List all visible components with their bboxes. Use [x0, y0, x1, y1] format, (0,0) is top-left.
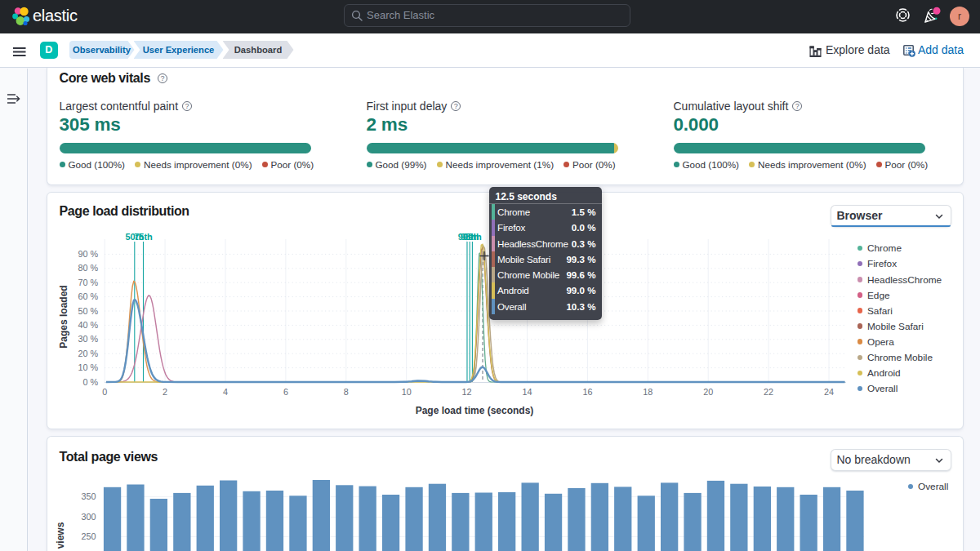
svg-text:99th: 99th — [463, 232, 482, 242]
svg-text:24: 24 — [823, 387, 833, 397]
svg-text:Pages loaded: Pages loaded — [58, 285, 69, 348]
svg-text:0 %: 0 % — [82, 377, 98, 387]
svg-text:2: 2 — [163, 387, 167, 397]
svg-text:80 %: 80 % — [78, 263, 98, 273]
svg-text:250: 250 — [81, 531, 96, 541]
svg-text:0: 0 — [102, 387, 107, 397]
svg-text:20 %: 20 % — [78, 349, 98, 358]
svg-text:10 %: 10 % — [78, 362, 98, 372]
svg-text:8: 8 — [343, 387, 348, 397]
svg-text:14: 14 — [522, 387, 532, 397]
svg-text:10: 10 — [401, 387, 411, 397]
svg-text:60 %: 60 % — [78, 291, 98, 301]
svg-text:Page load time (seconds): Page load time (seconds) — [415, 405, 533, 416]
svg-text:70 %: 70 % — [78, 278, 98, 287]
svg-text:90 %: 90 % — [78, 249, 98, 259]
svg-text:18: 18 — [643, 387, 653, 397]
svg-text:40 %: 40 % — [78, 320, 98, 330]
svg-text:Page views: Page views — [55, 522, 66, 551]
svg-text:350: 350 — [81, 491, 96, 501]
svg-text:4: 4 — [222, 387, 227, 397]
svg-text:22: 22 — [764, 387, 773, 397]
svg-text:300: 300 — [81, 512, 96, 522]
svg-text:16: 16 — [582, 387, 592, 397]
svg-text:30 %: 30 % — [78, 334, 98, 344]
svg-text:12: 12 — [461, 387, 471, 397]
svg-text:20: 20 — [703, 387, 713, 397]
svg-text:50 %: 50 % — [78, 306, 98, 316]
svg-text:6: 6 — [283, 387, 287, 397]
svg-text:75th: 75th — [134, 232, 153, 242]
